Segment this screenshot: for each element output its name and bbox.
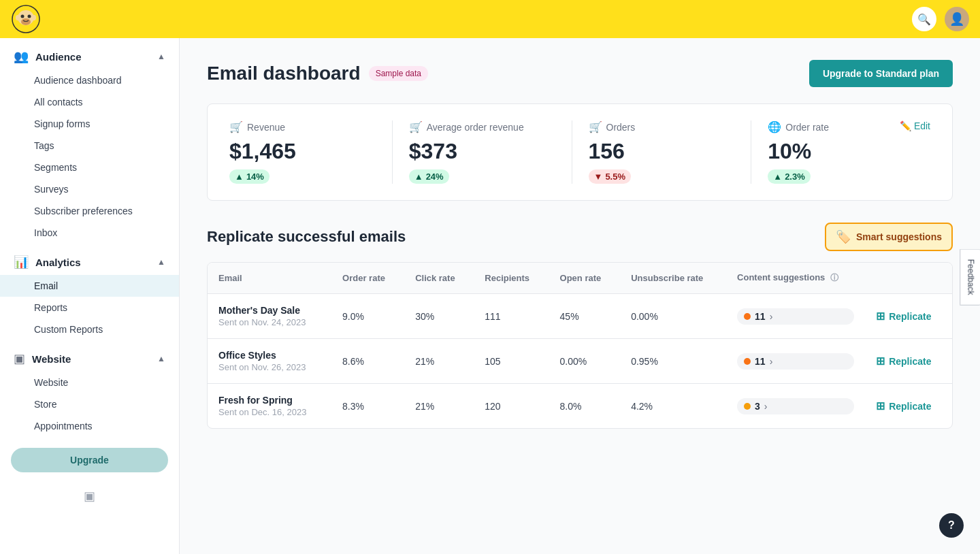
suggestion-chevron-2[interactable]: › [770,356,773,367]
replicate-cell-3: ⊞ Replicate [865,384,952,429]
col-click-rate: Click rate [404,263,474,294]
emails-table-container: Email Order rate Click rate Recipients O… [207,262,953,429]
col-recipients: Recipients [474,263,549,294]
edit-pencil-icon: ✏️ [900,120,911,131]
replicate-button-3[interactable]: ⊞ Replicate [876,400,931,412]
suggestion-pill-1: 11 › [737,308,854,325]
sidebar-item-signup-forms[interactable]: Signup forms [0,113,179,135]
stats-card: 🛒 Revenue $1,465 ▲ 14% 🛒 Average order r… [207,103,953,201]
sidebar-item-subscriber-preferences[interactable]: Subscriber preferences [0,200,179,222]
sidebar-item-segments[interactable]: Segments [0,157,179,178]
stat-revenue-value: $1,465 [229,139,376,164]
col-actions [865,263,952,294]
topbar: 🔍 👤 [0,0,980,38]
open-rate-cell-2: 0.00% [549,339,621,384]
website-section-header[interactable]: ▣ Website ▲ [0,340,179,372]
email-name-3: Fresh for Spring [218,395,321,406]
replicate-button-2[interactable]: ⊞ Replicate [876,355,931,368]
audience-header-left: 👥 Audience [14,49,82,64]
replicate-button-1[interactable]: ⊞ Replicate [876,310,931,323]
sidebar-item-surveys[interactable]: Surveys [0,178,179,200]
sidebar-item-all-contacts[interactable]: All contacts [0,91,179,113]
table-row: Fresh for Spring Sent on Dec. 16, 2023 8… [208,384,952,429]
analytics-section-header[interactable]: 📊 Analytics ▲ [0,244,179,275]
stat-revenue: 🛒 Revenue $1,465 ▲ 14% [229,120,393,184]
sidebar-item-store[interactable]: Store [0,393,179,415]
audience-title: Audience [35,51,82,63]
user-avatar[interactable]: 👤 [945,7,969,31]
order-rate-cell-2: 8.6% [331,339,404,384]
recipients-cell-3: 120 [474,384,549,429]
avg-cart-icon: 🛒 [409,120,423,133]
sidebar-item-website[interactable]: Website [0,372,179,393]
email-date-3: Sent on Dec. 16, 2023 [218,407,321,417]
audience-chevron-icon: ▲ [157,52,165,61]
logo[interactable] [11,4,41,34]
sidebar-item-appointments[interactable]: Appointments [0,415,179,437]
audience-section-header[interactable]: 👥 Audience ▲ [0,38,179,69]
analytics-chevron-icon: ▲ [157,257,165,267]
analytics-header-left: 📊 Analytics [14,255,81,270]
website-title: Website [32,353,71,365]
suggestion-chevron-1[interactable]: › [770,311,773,322]
topbar-actions: 🔍 👤 [912,7,969,31]
up-arrow-icon-3: ▲ [773,172,782,182]
sidebar-item-email[interactable]: Email [0,275,179,297]
sidebar-section-audience: 👥 Audience ▲ Audience dashboard All cont… [0,38,179,244]
email-cell-2: Office Styles Sent on Nov. 26, 2023 [208,339,331,384]
col-content-suggestions: Content suggestions ⓘ [726,263,865,294]
up-arrow-icon: ▲ [235,172,244,182]
upgrade-button[interactable]: Upgrade [11,448,168,472]
col-unsubscribe-rate: Unsubscribe rate [620,263,726,294]
orders-cart-icon: 🛒 [589,120,602,133]
sidebar-collapse-toggle[interactable]: ▣ [0,483,179,509]
down-arrow-icon: ▼ [594,172,603,182]
edit-button[interactable]: ✏️ Edit [900,120,930,131]
sidebar: 👥 Audience ▲ Audience dashboard All cont… [0,38,180,554]
stat-orders-value: 156 [589,139,735,164]
email-date-2: Sent on Nov. 26, 2023 [218,362,321,372]
suggestion-count-1: 11 [755,311,766,322]
suggestions-cell-2: 11 › [726,339,865,384]
table-head: Email Order rate Click rate Recipients O… [208,263,952,294]
table-row: Office Styles Sent on Nov. 26, 2023 8.6%… [208,339,952,384]
email-name-1: Mother's Day Sale [218,305,321,316]
stat-revenue-label-row: 🛒 Revenue [229,120,376,133]
info-icon: ⓘ [830,273,838,282]
smart-suggestions-button[interactable]: 🏷️ Smart suggestions [825,223,953,251]
col-order-rate: Order rate [331,263,404,294]
upgrade-plan-button[interactable]: Upgrade to Standard plan [809,60,953,87]
sidebar-item-inbox[interactable]: Inbox [0,222,179,244]
stat-orders: 🛒 Orders 156 ▼ 5.5% [572,120,752,184]
help-button[interactable]: ? [939,513,964,538]
open-rate-cell-1: 45% [549,294,621,339]
main-content: Email dashboard Sample data Upgrade to S… [180,38,980,554]
audience-icon: 👥 [14,49,29,64]
sidebar-item-custom-reports[interactable]: Custom Reports [0,319,179,340]
recipients-cell-2: 105 [474,339,549,384]
stat-order-rate-label-row: 🌐 Order rate [768,120,914,133]
sidebar-item-tags[interactable]: Tags [0,135,179,157]
stat-order-rate: 🌐 Order rate 10% ▲ 2.3% ✏️ Edit [751,120,930,184]
main-layout: 👥 Audience ▲ Audience dashboard All cont… [0,38,980,554]
stat-orders-label: Orders [606,122,636,133]
replicate-icon-1: ⊞ [876,310,885,323]
open-rate-cell-3: 8.0% [549,384,621,429]
search-button[interactable]: 🔍 [912,7,936,31]
sidebar-item-audience-dashboard[interactable]: Audience dashboard [0,69,179,91]
replicate-icon-3: ⊞ [876,400,885,412]
sidebar-section-website: ▣ Website ▲ Website Store Appointments [0,340,179,437]
feedback-tab[interactable]: Feedback [960,249,980,306]
analytics-title: Analytics [35,257,81,268]
stat-revenue-label: Revenue [247,122,285,133]
revenue-cart-icon: 🛒 [229,120,243,133]
sidebar-item-reports[interactable]: Reports [0,297,179,319]
stat-orders-change: ▼ 5.5% [589,169,632,184]
email-cell-1: Mother's Day Sale Sent on Nov. 24, 2023 [208,294,331,339]
email-name-2: Office Styles [218,350,321,361]
suggestion-count-2: 11 [755,356,766,367]
table-body: Mother's Day Sale Sent on Nov. 24, 2023 … [208,294,952,429]
search-icon: 🔍 [917,13,931,26]
suggestion-chevron-3[interactable]: › [764,401,768,412]
svg-point-5 [16,15,20,20]
